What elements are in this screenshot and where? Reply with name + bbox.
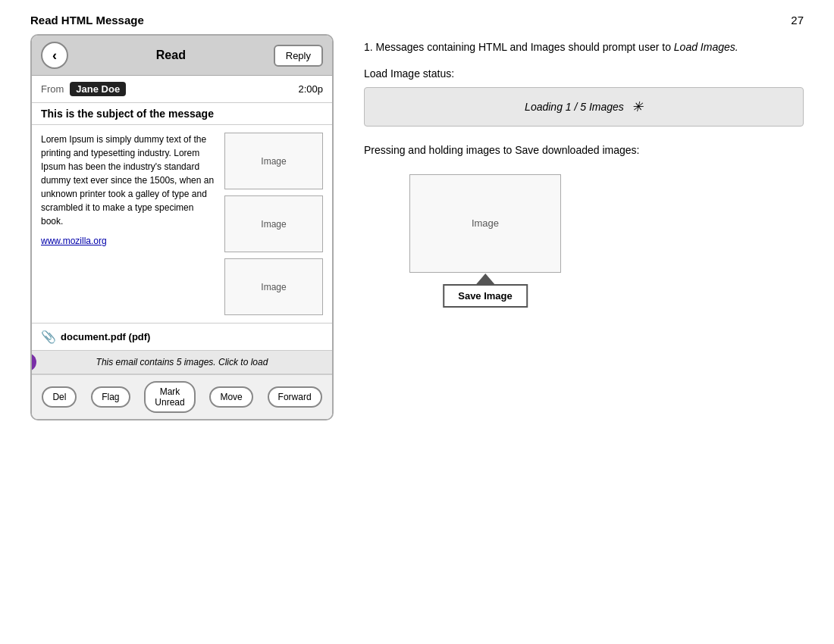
subject-row: This is the subject of the message	[32, 103, 332, 125]
phone-mockup: ‹ Read Reply From Jane Doe 2:00p This is…	[30, 34, 334, 420]
from-label: From	[41, 83, 64, 95]
body-text-area: Lorem Ipsum is simply dummy text of the …	[41, 133, 217, 315]
message-body: Lorem Ipsum is simply dummy text of the …	[32, 125, 332, 324]
description-italic: Load Images.	[674, 41, 738, 53]
load-images-bar[interactable]: 1 This email contains 5 images. Click to…	[32, 351, 332, 374]
image-placeholder-1: Image	[224, 133, 323, 189]
step-badge: 1	[30, 353, 36, 371]
save-image-label: Image	[472, 217, 499, 229]
mark-unread-button[interactable]: Mark Unread	[144, 381, 195, 413]
save-image-area: Image Save Image	[409, 174, 561, 273]
image-placeholder-2: Image	[224, 195, 323, 252]
subject-text: This is the subject of the message	[41, 108, 214, 120]
attachment-icon: 📎	[41, 330, 56, 344]
mark-unread-line1: Mark	[160, 386, 180, 397]
phone-toolbar: Del Flag Mark Unread Move Forward	[32, 374, 332, 419]
tooltip-arrow	[476, 274, 494, 284]
description-static: 1. Messages containing HTML and Images s…	[364, 41, 674, 53]
page-header: Read HTML Message 27	[0, 0, 834, 34]
description-text: 1. Messages containing HTML and Images s…	[364, 39, 804, 55]
body-text: Lorem Ipsum is simply dummy text of the …	[41, 134, 214, 227]
save-image-button[interactable]: Save Image	[443, 284, 528, 308]
image-placeholder-3: Image	[224, 258, 323, 315]
spinner-icon: ✳	[632, 98, 643, 115]
load-images-notice: This email contains 5 images. Click to l…	[96, 357, 268, 367]
right-panel: 1. Messages containing HTML and Images s…	[364, 34, 804, 420]
phone-topbar: ‹ Read Reply	[32, 36, 332, 76]
del-button[interactable]: Del	[42, 386, 77, 408]
save-tooltip: Save Image	[443, 274, 528, 308]
from-row: From Jane Doe 2:00p	[32, 76, 332, 103]
flag-button[interactable]: Flag	[91, 386, 130, 408]
forward-button[interactable]: Forward	[268, 386, 322, 408]
save-image-box: Image	[409, 174, 561, 273]
pressing-text: Pressing and holding images to Save down…	[364, 142, 804, 158]
content-area: ‹ Read Reply From Jane Doe 2:00p This is…	[0, 34, 834, 420]
body-link[interactable]: www.mozilla.org	[41, 234, 217, 248]
loading-text: Loading 1 / 5 Images	[525, 101, 624, 113]
page-title: Read HTML Message	[30, 14, 144, 27]
reply-button[interactable]: Reply	[274, 45, 323, 67]
attachment-row: 📎 document.pdf (pdf)	[32, 324, 332, 351]
mark-unread-line2: Unread	[155, 397, 184, 408]
topbar-title: Read	[156, 48, 186, 62]
loading-bar: Loading 1 / 5 Images ✳	[364, 87, 804, 127]
from-name-badge: Jane Doe	[70, 82, 126, 96]
load-status-label: Load Image status:	[364, 67, 804, 80]
from-left: From Jane Doe	[41, 82, 126, 96]
page-number: 27	[791, 14, 804, 27]
image-column: Image Image Image	[224, 133, 323, 315]
back-button[interactable]: ‹	[41, 42, 68, 69]
move-button[interactable]: Move	[209, 386, 252, 408]
message-time: 2:00p	[298, 83, 323, 95]
attachment-name: document.pdf (pdf)	[61, 331, 150, 342]
back-icon: ‹	[52, 48, 57, 64]
